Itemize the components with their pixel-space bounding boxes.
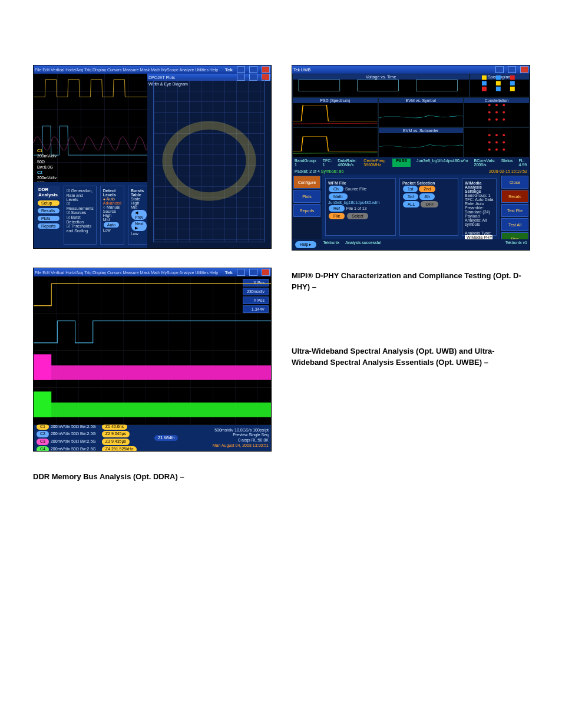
plot-constellation-2 [464, 127, 530, 157]
svg-rect-3 [34, 391, 51, 417]
svg-point-21 [503, 111, 505, 114]
tab-reports[interactable]: Reports [293, 204, 320, 217]
menu-bar[interactable]: File Edit Vertical Horiz/Acq Trig Displa… [35, 271, 218, 275]
pass-badge: PASS [392, 159, 411, 167]
svg-rect-11 [496, 81, 501, 85]
test-file-button[interactable]: Test File [501, 204, 528, 217]
svg-rect-9 [510, 75, 515, 80]
tab-results[interactable]: Results [38, 208, 59, 213]
panel-title: DDR Analysis [37, 186, 60, 199]
status-bar-2: Packet: 2 of 4 Symbols: 86 2008-02-15 16… [292, 168, 530, 174]
recalc-button[interactable]: Recalc [501, 190, 528, 203]
eye-diagram-panel: DPOJET Plots Width & Eye Diagram [147, 74, 271, 248]
close-button[interactable] [520, 66, 528, 73]
acquisition-bar: C1 200mV/div 50Ω Bw:2.5G C2 200mV/div 50… [34, 425, 271, 451]
ddr-analysis-panel: DDR Analysis Setup Results Plots Reports… [34, 182, 147, 248]
plot-constellation: Constellation [464, 97, 530, 127]
svg-rect-15 [510, 87, 515, 91]
svg-rect-5 [358, 80, 399, 91]
zoom-3[interactable]: Z3 9.435µs [102, 439, 130, 445]
right-buttons: Close Recalc Test File Test All Run [500, 174, 530, 239]
tab-setup[interactable]: Setup [38, 200, 59, 206]
svg-rect-10 [482, 81, 487, 85]
maximize-button[interactable] [249, 269, 257, 276]
brand-label: Tek [225, 270, 233, 275]
status-bar: BandGroup: 1TFC: 1DataRate: 480Mb/sCente… [292, 157, 530, 168]
zoom-width-tag[interactable]: Z1 Width [154, 435, 178, 442]
eye-title: Width & Eye Diagram [147, 81, 271, 87]
maximize-button[interactable] [249, 66, 257, 73]
svg-rect-6 [416, 80, 457, 91]
plot-psd-2 [292, 127, 378, 157]
uwb-control-panel: Configure Plots Reports WFM File Ch Sour… [292, 174, 530, 239]
svg-point-22 [488, 118, 491, 121]
tab-configure[interactable]: Configure [293, 176, 320, 189]
waveform-lane-2 [34, 314, 271, 351]
caption-uwb: Ultra-Wideband Spectral Analysis (Opt. U… [292, 346, 529, 368]
minimize-button[interactable] [237, 269, 245, 276]
waveform-lane-3 [34, 351, 271, 388]
svg-rect-12 [510, 81, 515, 85]
svg-point-30 [503, 141, 505, 144]
svg-point-17 [495, 104, 498, 106]
analysis-settings-card: WiMedia Analysis Settings BandGroup: 1 T… [462, 178, 497, 236]
window-titlebar: File Edit Vertical Horiz/Acq Trig Displa… [34, 268, 271, 276]
screenshot-multichannel: File Edit Vertical Horiz/Acq Trig Displa… [33, 268, 272, 452]
left-tabs: Configure Plots Reports [292, 174, 322, 239]
tab-plots[interactable]: Plots [38, 216, 59, 221]
zoom-buttons: Z1 40.0ns Z2 9.045µs Z3 9.435µs Z4 291.5… [102, 423, 137, 452]
svg-point-19 [488, 111, 491, 114]
zoom-4[interactable]: Z4 291.525kHz [102, 446, 137, 452]
svg-rect-2 [34, 403, 271, 417]
next-button[interactable]: Next ▶ [131, 221, 147, 231]
tab-plots[interactable]: Plots [293, 190, 320, 203]
tab-reports[interactable]: Reports [38, 223, 59, 229]
minimize-button[interactable] [495, 66, 504, 73]
svg-point-27 [503, 134, 505, 136]
svg-point-32 [495, 149, 498, 151]
svg-point-33 [503, 149, 505, 151]
waveform-lane-1 [34, 276, 271, 314]
minimize-button[interactable] [237, 66, 245, 73]
zoom-2[interactable]: Z2 9.045µs [102, 431, 130, 437]
plot-voltage-time: Voltage vs. Time [292, 74, 470, 97]
svg-point-26 [495, 134, 498, 136]
app-footer: Help ▸ Tektronix Analysis successful Tek… [292, 239, 530, 250]
svg-point-25 [488, 134, 491, 136]
maximize-button[interactable] [508, 66, 516, 73]
svg-rect-13 [482, 87, 487, 91]
svg-rect-8 [496, 75, 501, 80]
screenshot-uwb: Tek UWB Voltage vs. Time Spectrogram [292, 65, 530, 251]
window-titlebar: File Edit Vertical Horiz/Acq Trig Displa… [34, 65, 271, 74]
detect-levels: Detect Levels ● Auto Advanced ○ Manual S… [100, 186, 124, 245]
svg-rect-0 [34, 365, 271, 380]
wfm-file-card: WFM File Ch Source File: Math Jun3e8_bg1… [325, 178, 396, 236]
waveform-lane-4 [34, 388, 271, 425]
svg-point-20 [495, 111, 498, 114]
brand-label: Tek [225, 67, 233, 73]
caption-ddr: DDR Memory Bus Analysis (Opt. DDRA) – [33, 472, 270, 483]
setup-checks: ☑ Generation, Rate and Levels ☑ Measurem… [64, 186, 97, 245]
svg-rect-7 [482, 75, 487, 80]
prev-button[interactable]: ◀ Prev [131, 210, 147, 220]
svg-point-28 [488, 141, 491, 144]
channel-legend: C1 200mV/div 50Ω Bw:2.5G C2 200mV/div 50… [36, 423, 96, 452]
help-button[interactable]: Help ▸ [295, 241, 316, 248]
caption-mipi: MIPI® D-PHY Characterization and Complia… [292, 271, 529, 293]
plot-spectrogram: Spectrogram [470, 74, 530, 97]
close-button[interactable] [262, 269, 270, 276]
select-button[interactable]: Select [347, 213, 368, 219]
svg-point-29 [495, 141, 498, 144]
menu-bar[interactable]: File Edit Vertical Horiz/Acq Trig Displa… [35, 68, 218, 72]
plot-evm-symbol: EVM vs. Symbol [378, 97, 464, 127]
svg-point-16 [488, 104, 491, 106]
close-panel-button[interactable]: Close [501, 176, 528, 189]
packet-selection-card: Packet Selection 1st2nd 3rd4th ALLOFF [399, 178, 458, 236]
app-title: Tek UWB [293, 68, 310, 72]
close-button[interactable] [262, 66, 270, 73]
svg-rect-4 [299, 80, 340, 91]
acq-info: 500ms/div 10.0GS/s 100ps/pt Preview Sing… [213, 428, 269, 449]
test-all-button[interactable]: Test All [501, 218, 528, 231]
plot-psd: PSD (Spectrum) [292, 97, 378, 127]
svg-point-23 [495, 118, 498, 121]
